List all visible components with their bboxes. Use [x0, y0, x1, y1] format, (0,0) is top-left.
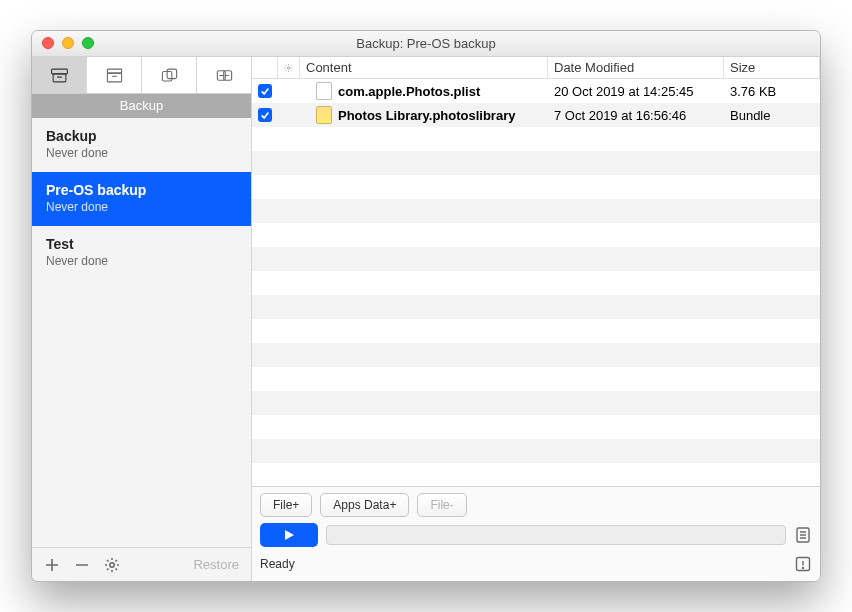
sidebar-item-name: Backup [46, 128, 237, 144]
sidebar-list: BackupNever donePre-OS backupNever doneT… [32, 118, 251, 547]
window-title: Backup: Pre-OS backup [356, 36, 495, 51]
segment-copy[interactable] [142, 57, 197, 93]
sidebar-item-pre-os-backup[interactable]: Pre-OS backupNever done [32, 172, 251, 226]
app-window: Backup: Pre-OS backup Backup BackupNever… [31, 30, 821, 582]
column-size[interactable]: Size [724, 57, 820, 78]
segment-sync[interactable] [197, 57, 251, 93]
column-date[interactable]: Date Modified [548, 57, 724, 78]
table-row-empty [252, 295, 820, 319]
column-checkbox[interactable] [252, 57, 278, 78]
main-panel: Content Date Modified Size com.apple.Pho… [252, 57, 820, 581]
sidebar-section-header: Backup [32, 94, 251, 118]
sidebar-item-name: Test [46, 236, 237, 252]
footer: File+ Apps Data+ File- Ready [252, 486, 820, 581]
table-row-empty [252, 223, 820, 247]
minimize-button[interactable] [62, 37, 74, 49]
checkbox[interactable] [258, 84, 272, 98]
run-button[interactable] [260, 523, 318, 547]
alert-icon[interactable] [794, 555, 812, 573]
restore-button[interactable]: Restore [187, 557, 245, 572]
table-header: Content Date Modified Size [252, 57, 820, 79]
zoom-button[interactable] [82, 37, 94, 49]
segment-box[interactable] [87, 57, 142, 93]
status-text: Ready [260, 557, 295, 571]
sidebar-item-test[interactable]: TestNever done [32, 226, 251, 280]
file-name: com.apple.Photos.plist [338, 84, 480, 99]
column-gear[interactable] [278, 57, 300, 78]
file-size: 3.76 KB [724, 79, 820, 103]
table-row-empty [252, 175, 820, 199]
sidebar-item-name: Pre-OS backup [46, 182, 237, 198]
table-row-empty [252, 391, 820, 415]
svg-rect-1 [53, 73, 66, 81]
file-name: Photos Library.photoslibrary [338, 108, 515, 123]
table-row[interactable]: com.apple.Photos.plist20 Oct 2019 at 14:… [252, 79, 820, 103]
log-icon[interactable] [794, 526, 812, 544]
svg-point-13 [110, 562, 114, 566]
sidebar-item-backup[interactable]: BackupNever done [32, 118, 251, 172]
close-button[interactable] [42, 37, 54, 49]
sidebar-item-sub: Never done [46, 146, 237, 160]
svg-marker-15 [285, 530, 294, 540]
remove-button[interactable] [68, 552, 96, 578]
progress-bar [326, 525, 786, 545]
table-row-empty [252, 415, 820, 439]
table-row-empty [252, 367, 820, 391]
table-row[interactable]: Photos Library.photoslibrary7 Oct 2019 a… [252, 103, 820, 127]
table-row-empty [252, 343, 820, 367]
settings-button[interactable] [98, 552, 126, 578]
svg-rect-4 [107, 73, 121, 82]
checkbox[interactable] [258, 108, 272, 122]
file-date: 20 Oct 2019 at 14:25:45 [548, 79, 724, 103]
sidebar-item-sub: Never done [46, 200, 237, 214]
svg-point-14 [287, 66, 289, 68]
add-button[interactable] [38, 552, 66, 578]
file-date: 7 Oct 2019 at 16:56:46 [548, 103, 724, 127]
table-row-empty [252, 151, 820, 175]
svg-rect-3 [107, 69, 121, 73]
apps-data-add-button[interactable]: Apps Data+ [320, 493, 409, 517]
table-row-empty [252, 271, 820, 295]
svg-rect-0 [51, 69, 67, 74]
title-bar: Backup: Pre-OS backup [32, 31, 820, 57]
file-size: Bundle [724, 103, 820, 127]
sidebar-bottom-bar: Restore [32, 547, 251, 581]
file-remove-button[interactable]: File- [417, 493, 466, 517]
column-content[interactable]: Content [300, 57, 548, 78]
sidebar-item-sub: Never done [46, 254, 237, 268]
segment-archive[interactable] [32, 57, 87, 93]
table-row-empty [252, 127, 820, 151]
file-icon [316, 82, 332, 100]
svg-point-22 [803, 568, 804, 569]
sidebar: Backup BackupNever donePre-OS backupNeve… [32, 57, 252, 581]
package-icon [316, 106, 332, 124]
file-add-button[interactable]: File+ [260, 493, 312, 517]
table-body: com.apple.Photos.plist20 Oct 2019 at 14:… [252, 79, 820, 486]
table-row-empty [252, 439, 820, 463]
table-row-empty [252, 199, 820, 223]
sidebar-segment [32, 57, 251, 94]
table-row-empty [252, 247, 820, 271]
table-row-empty [252, 319, 820, 343]
